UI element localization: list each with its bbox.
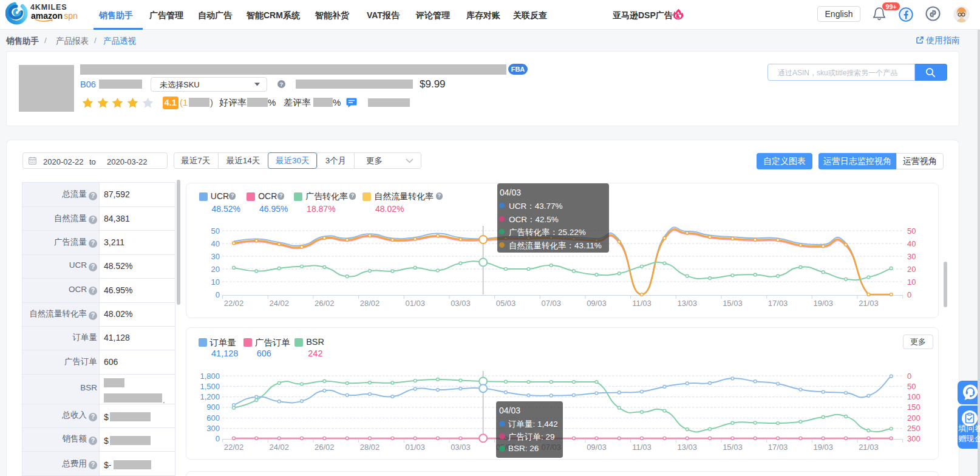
svg-text:03/03: 03/03 [451, 443, 471, 452]
svg-text:17/03: 17/03 [768, 299, 788, 308]
svg-text:0: 0 [907, 372, 911, 381]
svg-text:150: 150 [907, 403, 920, 412]
svg-text:24/02: 24/02 [269, 299, 289, 308]
svg-text:05/03: 05/03 [496, 299, 516, 308]
svg-text:50: 50 [907, 382, 916, 391]
svg-text:1,500: 1,500 [200, 382, 220, 391]
svg-text:10: 10 [907, 277, 916, 287]
svg-text:22/02: 22/02 [224, 299, 244, 308]
svg-text:17/03: 17/03 [768, 443, 788, 452]
svg-text:0: 0 [907, 290, 911, 299]
svg-text:26/02: 26/02 [315, 299, 335, 308]
svg-text:40: 40 [211, 239, 220, 248]
svg-text:20: 20 [907, 265, 916, 274]
svg-text:09/03: 09/03 [587, 299, 607, 308]
svg-text:13/03: 13/03 [677, 299, 697, 308]
svg-text:19/03: 19/03 [813, 443, 833, 452]
svg-text:15/03: 15/03 [723, 443, 743, 452]
svg-text:01/03: 01/03 [405, 443, 425, 452]
svg-text:0: 0 [216, 434, 220, 443]
svg-text:300: 300 [206, 424, 220, 433]
svg-text:15/03: 15/03 [723, 299, 743, 308]
svg-text:250: 250 [907, 424, 920, 433]
svg-text:07/03: 07/03 [541, 299, 561, 308]
svg-text:50: 50 [211, 226, 220, 236]
svg-text:09/03: 09/03 [587, 443, 607, 452]
svg-text:0: 0 [216, 290, 220, 299]
svg-text:26/02: 26/02 [315, 443, 335, 452]
svg-text:1,200: 1,200 [200, 392, 220, 401]
svg-text:19/03: 19/03 [813, 299, 833, 308]
svg-text:01/03: 01/03 [405, 299, 425, 308]
svg-text:30: 30 [211, 252, 220, 261]
svg-text:300: 300 [907, 434, 920, 443]
svg-text:28/02: 28/02 [360, 443, 380, 452]
svg-text:11/03: 11/03 [632, 443, 652, 452]
svg-text:21/03: 21/03 [859, 299, 879, 308]
svg-text:1,800: 1,800 [200, 372, 220, 381]
svg-text:11/03: 11/03 [632, 299, 652, 308]
svg-text:22/02: 22/02 [224, 443, 244, 452]
svg-text:03/03: 03/03 [451, 299, 471, 308]
svg-text:24/02: 24/02 [269, 443, 289, 452]
svg-text:21/03: 21/03 [859, 443, 879, 452]
svg-text:900: 900 [206, 403, 220, 412]
svg-text:50: 50 [907, 226, 916, 236]
svg-text:40: 40 [907, 239, 916, 248]
svg-text:200: 200 [907, 413, 920, 423]
svg-text:100: 100 [907, 392, 920, 401]
svg-text:30: 30 [907, 252, 916, 261]
svg-text:600: 600 [206, 413, 220, 423]
svg-text:10: 10 [211, 277, 220, 287]
svg-text:20: 20 [211, 265, 220, 274]
svg-text:28/02: 28/02 [360, 299, 380, 308]
svg-text:13/03: 13/03 [677, 443, 697, 452]
